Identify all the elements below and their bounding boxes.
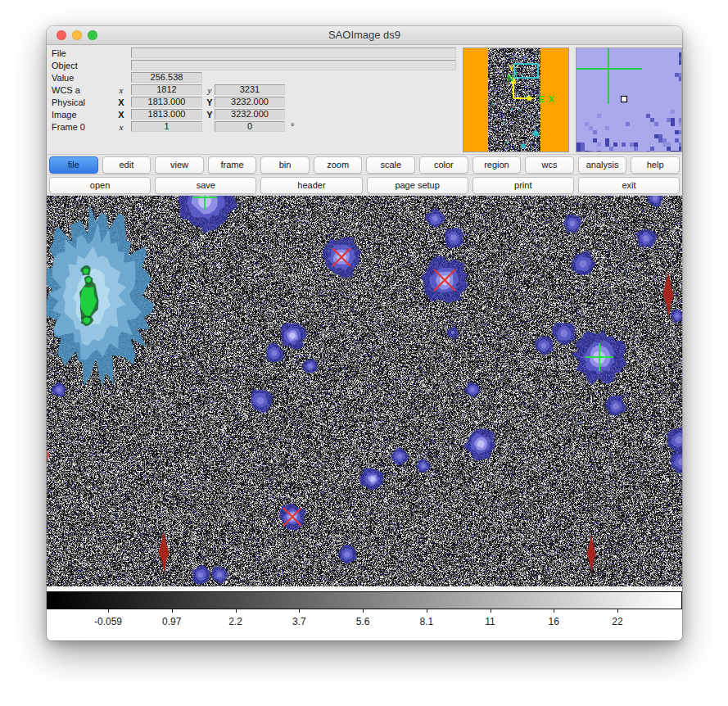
colorbar-tick-label: 2.2: [228, 616, 242, 627]
frame-zoom-field: 1: [131, 121, 202, 132]
menu-button-wcs[interactable]: wcs: [525, 156, 574, 174]
colorbar-gradient[interactable]: [47, 591, 682, 609]
physical-y-field: 3232.000: [215, 97, 285, 107]
colorbar-tick-label: 5.6: [356, 616, 370, 627]
file-button-header[interactable]: header: [260, 177, 362, 194]
colorbar-tick: [172, 609, 173, 613]
info-panel: File Object Value WCS a Physical Image F…: [47, 45, 682, 155]
image-y-label: Y: [204, 110, 215, 120]
colorbar-tick: [427, 609, 427, 613]
image-x-field: 1813.000: [131, 109, 202, 120]
frame-rotation-field: 0: [215, 121, 285, 132]
file-button-print[interactable]: print: [473, 177, 574, 194]
menu-button-bin[interactable]: bin: [260, 156, 310, 174]
menu-button-scale[interactable]: scale: [366, 156, 415, 174]
frame-x-label: x: [115, 122, 127, 132]
menu-button-file[interactable]: file: [49, 156, 98, 174]
wcs-label: WCS a: [52, 85, 80, 95]
colorbar-tick-label: 11: [485, 616, 495, 627]
colorbar-tick: [491, 609, 491, 613]
colorbar-tick: [236, 609, 237, 613]
colorbar-tick-label: 3.7: [292, 616, 306, 627]
image-label: Image: [52, 110, 77, 120]
physical-x-field: 1813.000: [131, 97, 202, 107]
colorbar-tick-label: -0.059: [94, 616, 122, 627]
menu-row: fileeditviewframebinzoomscalecolorregion…: [47, 155, 682, 175]
close-button[interactable]: [57, 30, 66, 40]
file-button-open[interactable]: open: [49, 177, 151, 194]
physical-y-label: Y: [204, 97, 215, 107]
minimize-button[interactable]: [72, 30, 82, 40]
object-field: [131, 60, 456, 70]
panner-canvas[interactable]: [463, 48, 568, 152]
file-button-save[interactable]: save: [155, 177, 256, 194]
colorbar-tick-label: 16: [549, 616, 559, 627]
colorbar-tick: [108, 609, 109, 613]
frame-label: Frame 0: [52, 122, 85, 132]
titlebar[interactable]: SAOImage ds9: [47, 26, 682, 45]
wcs-x-label: x: [115, 85, 127, 95]
image-y-field: 3232.000: [215, 109, 285, 120]
menu-button-frame[interactable]: frame: [208, 156, 257, 174]
magnifier-canvas[interactable]: [577, 48, 681, 152]
desktop: SAOImage ds9 File Object Value WCS a Phy…: [0, 0, 728, 706]
menu-button-edit[interactable]: edit: [102, 156, 151, 174]
zoom-button[interactable]: [88, 30, 97, 40]
wcs-x-field: 1812: [131, 84, 202, 95]
traffic-lights: [57, 30, 97, 40]
file-button-page-setup[interactable]: page setup: [367, 177, 468, 194]
file-actions-row: opensaveheaderpage setupprintexit: [47, 175, 682, 196]
wcs-y-label: y: [204, 85, 215, 95]
colorbar-tick: [617, 609, 618, 613]
colorbar-tick: [299, 609, 300, 613]
menu-button-view[interactable]: view: [155, 156, 204, 174]
physical-label: Physical: [52, 97, 85, 107]
menu-button-region[interactable]: region: [473, 156, 522, 174]
ds9-window: SAOImage ds9 File Object Value WCS a Phy…: [47, 26, 682, 640]
colorbar-tick-label: 8.1: [419, 616, 433, 627]
panner-frame: [463, 48, 569, 152]
colorbar-tick-label: 0.97: [162, 616, 181, 627]
value-field: 256.538: [131, 72, 202, 83]
colorbar-tick: [554, 609, 554, 613]
file-field: [131, 48, 456, 58]
image-x-label: X: [115, 110, 127, 120]
magnifier-frame: [576, 48, 682, 152]
menu-button-analysis[interactable]: analysis: [578, 156, 627, 174]
colorbar-section: -0.0590.972.23.75.68.1111622: [47, 586, 682, 640]
file-button-exit[interactable]: exit: [578, 177, 680, 194]
menu-button-help[interactable]: help: [631, 156, 680, 174]
image-area: [47, 196, 682, 586]
menu-button-zoom[interactable]: zoom: [314, 156, 363, 174]
menu-button-color[interactable]: color: [419, 156, 468, 174]
object-label: Object: [52, 61, 78, 70]
file-label: File: [52, 48, 66, 58]
colorbar-tick-label: 22: [612, 616, 622, 627]
window-title: SAOImage ds9: [47, 26, 682, 44]
value-label: Value: [52, 73, 74, 83]
image-canvas[interactable]: [47, 196, 682, 586]
wcs-y-field: 3231: [215, 84, 285, 95]
degree-symbol: °: [291, 121, 294, 131]
physical-x-label: X: [115, 97, 127, 107]
colorbar-tick: [363, 609, 364, 613]
